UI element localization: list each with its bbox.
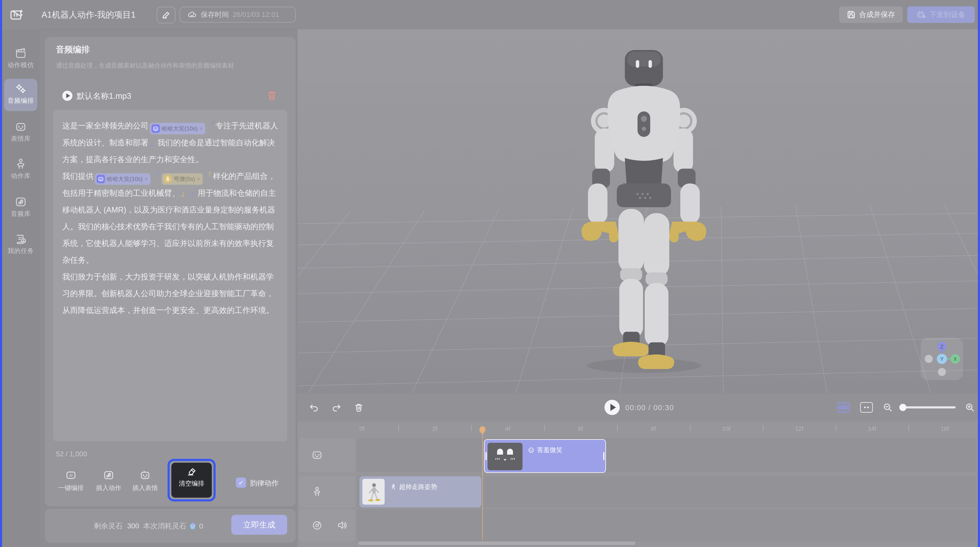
transcript-editor[interactable]: 这是一家全球领先的公司哈哈大笑(10s)×「专注于先进机器人系统的设计、制造和部…: [53, 110, 287, 442]
transcript-paragraph: 我们提供哈哈大笑(10s)×「弯腰(5s)×「样化的产品组合，包括用于精密制造的…: [62, 168, 278, 268]
ruler-label: 14f: [868, 426, 876, 432]
rename-button[interactable]: [157, 7, 175, 23]
deploy-to-device-button[interactable]: 下发到设备: [907, 6, 975, 23]
zoom-in-button[interactable]: [965, 402, 975, 412]
zoom-slider[interactable]: [901, 406, 956, 408]
sidebar-item-6[interactable]: 我的任务: [2, 233, 40, 255]
motion-track-header: [299, 476, 355, 507]
ruler-tick: [398, 425, 399, 431]
insert-expression-button[interactable]: 插入表情: [129, 470, 161, 492]
sidebar-item-4[interactable]: 动作库: [2, 158, 40, 180]
save-time-indicator: 保存时间 26/01/03 12:01: [180, 7, 296, 22]
transcript-paragraph: 我们致力于创新，大力投资于研发，以突破人机协作和机器学习的界限。创新机器人公司助…: [62, 268, 278, 319]
expression-tag-icon: [151, 124, 160, 133]
play-button[interactable]: [605, 400, 620, 415]
expression-tag[interactable]: 哈哈大笑(10s)×: [150, 123, 205, 134]
undo-button[interactable]: [309, 402, 319, 412]
music-frame-icon: [103, 470, 114, 481]
person-icon: [15, 158, 27, 170]
sidebar-item-3[interactable]: 表情库: [2, 121, 40, 143]
zoom-out-button[interactable]: [883, 402, 892, 412]
span-bracket: 「: [207, 121, 215, 130]
cost-stones: 本次消耗灵石 0: [143, 521, 203, 531]
remove-tag-icon[interactable]: ×: [197, 171, 200, 188]
clear-arrangement-button[interactable]: 清空编排: [171, 462, 212, 498]
delete-clip-button[interactable]: [354, 402, 364, 412]
clip-label: 超帅走路姿势: [390, 483, 437, 491]
svg-text:X: X: [953, 356, 957, 362]
one-click-arrange-button[interactable]: AI 一键编排: [55, 470, 87, 492]
highlight-edge-left: [0, 0, 2, 547]
rhythm-disc-icon: [311, 520, 323, 531]
save-time-value: 26/01/03 12:01: [232, 11, 279, 19]
remove-tag-icon[interactable]: ×: [145, 171, 148, 188]
ruler-label: 16f: [941, 426, 949, 432]
snap-toggle-button[interactable]: [837, 402, 850, 413]
highlight-edge-right: [978, 0, 980, 547]
ruler-tick: [544, 425, 545, 431]
action-tag[interactable]: 弯腰(5s)×: [162, 173, 203, 185]
audio-play-button[interactable]: [62, 91, 72, 101]
ai-icon: AI: [65, 470, 76, 481]
timeline: 0f2f4f6f8f10f12f14f16f: [298, 422, 978, 547]
sidebar-item-1[interactable]: 动作模仿: [2, 47, 40, 70]
playhead-handle[interactable]: [479, 426, 485, 435]
robot-download-icon: [917, 10, 926, 19]
trash-icon: [266, 90, 277, 101]
sidebar-item-5[interactable]: 音频库: [2, 196, 40, 218]
ruler-tick: [835, 425, 836, 431]
sidebar-item-label: 表情库: [2, 134, 40, 143]
app-logo-icon: [10, 8, 24, 22]
zoom-slider-knob[interactable]: [899, 404, 907, 411]
sidebar-item-2[interactable]: 音频编排: [2, 83, 40, 105]
robot-face-icon: [311, 449, 323, 461]
rhythm-motion-label: 韵律动作: [250, 478, 279, 488]
remaining-stones: 剩余灵石 300: [94, 521, 139, 531]
expression-tag[interactable]: 哈哈大笑(10s)×: [95, 173, 150, 185]
clip-trim-handle-left[interactable]: [485, 452, 487, 460]
action-tag-icon: [164, 175, 172, 183]
rhythm-motion-checkbox[interactable]: ✓: [236, 477, 246, 488]
clear-eraser-icon: [186, 466, 197, 477]
sparkles-icon: [15, 83, 27, 95]
cloud-saved-icon: [187, 10, 197, 19]
clip-trim-handle-right[interactable]: [603, 452, 605, 460]
ruler-label: 6f: [578, 426, 583, 432]
robot-model: [549, 48, 739, 376]
svg-text:AI: AI: [69, 474, 72, 477]
redo-button[interactable]: [331, 402, 341, 412]
audio-track-header: [299, 509, 355, 542]
axis-gizmo[interactable]: Z X Y: [921, 338, 963, 380]
sidebar-item-label: 动作库: [2, 172, 40, 180]
fit-timeline-button[interactable]: [860, 402, 873, 413]
ruler-label: 2f: [432, 426, 437, 432]
audio-lane[interactable]: [357, 509, 977, 542]
person-icon: [311, 486, 323, 498]
ruler-tick: [690, 425, 690, 431]
ruler-label: 4f: [505, 426, 510, 432]
delete-audio-button[interactable]: [266, 90, 277, 101]
svg-text:Z: Z: [940, 344, 943, 349]
clapperboard-icon: [15, 47, 27, 59]
motion-clip[interactable]: 超帅走路姿势: [360, 476, 481, 507]
insert-motion-button[interactable]: 插入动作: [93, 470, 124, 492]
playhead-line: [482, 435, 483, 540]
timeline-scrollbar[interactable]: [358, 542, 635, 545]
robot-face-icon: [15, 121, 27, 132]
generate-now-button[interactable]: 立即生成: [231, 515, 287, 535]
ruler-label: 0f: [360, 426, 364, 432]
speaker-icon[interactable]: [336, 520, 348, 531]
expression-clip[interactable]: 害羞微笑: [484, 439, 606, 473]
merge-save-button[interactable]: 合成并保存: [839, 6, 903, 23]
gem-icon: [189, 522, 197, 530]
remove-tag-icon[interactable]: ×: [200, 120, 203, 137]
audio-file-name: 默认名称1.mp3: [77, 91, 131, 102]
ruler-tick: [617, 425, 617, 431]
ruler-label: 8f: [651, 426, 656, 432]
ruler-label: 10f: [722, 426, 730, 432]
expression-tag-icon: [97, 175, 105, 183]
3d-viewport[interactable]: Z X Y: [298, 29, 978, 393]
expression-lane[interactable]: [357, 438, 977, 472]
project-title: A1机器人动作-我的项目1: [41, 0, 136, 29]
clip-label: 害羞微笑: [528, 446, 562, 455]
